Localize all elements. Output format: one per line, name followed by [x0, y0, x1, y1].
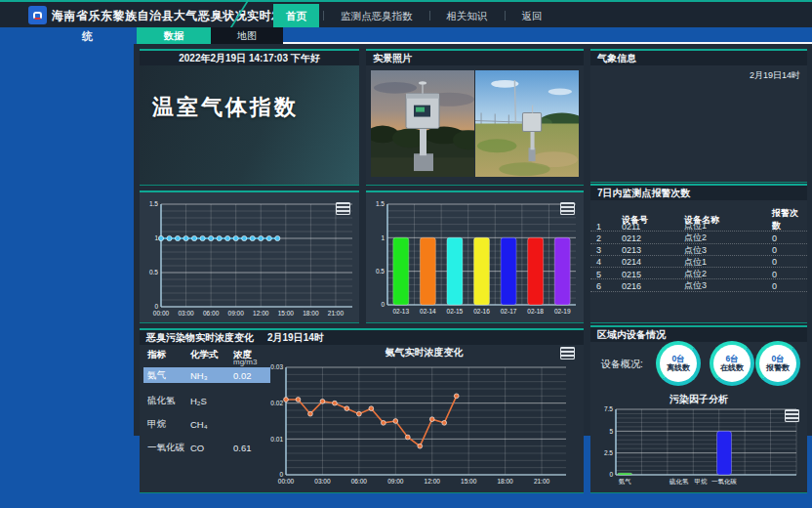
app-logo [28, 6, 47, 24]
weather-timestamp: 2月19日14时 [750, 69, 800, 82]
chart-toolbox-icon[interactable] [785, 409, 799, 422]
pollutant-value: 0.02 [233, 370, 252, 381]
alarm-cell-index: 4 [596, 257, 622, 267]
alarm-panel-title: 7日内监测点报警次数 [590, 186, 807, 200]
chart-toolbox-icon[interactable] [560, 347, 575, 360]
alarm-count-panel: 7日内监测点报警次数 # 设备号 设备名称 报警次数 1 0211 点位1 0 … [590, 184, 807, 323]
svg-text:0.02: 0.02 [270, 400, 283, 406]
pollutant-panel-header: 恶臭污染物实时浓度变化 2月19日14时 [140, 330, 584, 345]
menu-separator [429, 11, 430, 21]
svg-text:06:00: 06:00 [203, 310, 220, 317]
alarm-table-row: 6 0216 点位3 0 [590, 279, 807, 291]
greenhouse-banner: 温室气体指数 [140, 65, 359, 185]
pollutant-row[interactable]: 硫化氢 H₂S [140, 393, 274, 408]
pollution-factor-bar-chart: 02.557.5氨气硫化氢甲烷一氧化碳 [592, 406, 803, 487]
svg-text:0.5: 0.5 [149, 269, 158, 275]
photo-row [371, 70, 579, 177]
offline-count: 0台 [671, 355, 684, 364]
daily-index-chart-panel: 00.511.502-1302-1402-1502-1602-1702-1802… [366, 190, 584, 323]
pollutant-panel-timestamp: 2月19日14时 [267, 330, 324, 345]
alarm-cell-device-name: 点位3 [684, 279, 772, 292]
offline-label: 离线数 [667, 363, 690, 372]
alarm-cell-count: 0 [772, 270, 801, 279]
svg-text:02-19: 02-19 [554, 308, 571, 315]
svg-text:09:00: 09:00 [228, 310, 245, 317]
svg-text:03:00: 03:00 [178, 310, 194, 317]
pollutant-row[interactable]: 一氧化碳 CO 0.61 [140, 440, 274, 455]
svg-text:21:00: 21:00 [328, 310, 345, 317]
alarm-cell-count: 0 [772, 245, 801, 255]
chart-toolbox-icon[interactable] [560, 202, 575, 215]
pollutant-formula: H₂S [190, 396, 233, 406]
svg-text:12:00: 12:00 [253, 310, 269, 317]
region-devices-panel: 区域内设备情况 设备概况: 0台 离线数 6台 在线数 0台 报警数 污染因子分… [590, 325, 807, 493]
alarm-cell-device-name: 点位1 [684, 220, 772, 233]
pollutant-formula: CH₄ [190, 419, 233, 430]
svg-text:硫化氢: 硫化氢 [669, 478, 689, 486]
alarm-cell-device-no: 0213 [622, 245, 684, 255]
greenhouse-index-panel: 2022年2月19日 14:17:03 下午好 温室气体指数 [140, 49, 359, 186]
greenhouse-hourly-line-chart: 00.511.500:0003:0006:0009:0012:0015:0018… [140, 192, 359, 322]
svg-text:18:00: 18:00 [497, 478, 513, 485]
nh3-realtime-line-chart: 00.010.020.0300:0003:0006:0009:0012:0015… [261, 360, 580, 490]
tab-map[interactable]: 地图 [211, 27, 283, 44]
menu-item-odor-index[interactable]: 监测点恶臭指数 [328, 4, 426, 27]
alarm-cell-device-name: 点位2 [684, 268, 772, 280]
svg-text:一氧化碳: 一氧化碳 [711, 478, 738, 486]
alarm-cell-index: 3 [596, 245, 622, 255]
pollutant-panel-title: 恶臭污染物实时浓度变化 [146, 330, 254, 345]
daily-index-bar-chart: 00.511.502-1302-1402-1502-1602-1702-1802… [366, 192, 584, 322]
svg-text:氨气: 氨气 [619, 478, 632, 485]
device-overview-label: 设备概况: [601, 358, 643, 371]
alarm-table-row: 1 0211 点位1 0 [590, 220, 807, 232]
alarm-cell-device-name: 点位3 [684, 244, 772, 257]
menu-separator [323, 11, 324, 21]
svg-text:02-17: 02-17 [501, 308, 517, 315]
weather-info-panel: 气象信息 2月19日14时 [590, 49, 807, 183]
alarm-count: 0台 [771, 355, 784, 364]
menu-item-home[interactable]: 首页 [273, 4, 319, 27]
svg-text:02-13: 02-13 [392, 308, 409, 315]
logo-icon [33, 12, 42, 20]
alarm-table-row: 4 0214 点位1 0 [590, 256, 807, 268]
alarm-cell-count: 0 [772, 281, 801, 291]
dashboard-root: 海南省乐东黎族自治县大气恶臭状况实时发布系 首页 监测点恶臭指数 相关知识 返回… [0, 0, 812, 508]
svg-text:00:00: 00:00 [153, 310, 170, 317]
left-sidebar [0, 44, 134, 508]
pollutant-formula: CO [190, 443, 233, 453]
tab-data[interactable]: 数据 [137, 27, 211, 44]
alarm-table-row: 5 0215 点位2 0 [590, 268, 807, 279]
svg-text:12:00: 12:00 [425, 478, 441, 485]
pollutant-row-selected[interactable]: 氨气 NH₃ 0.02 [143, 367, 270, 383]
pollutant-col-indicator: 指标 [147, 349, 190, 361]
alarm-cell-index: 5 [596, 270, 622, 279]
svg-text:02-14: 02-14 [420, 308, 436, 315]
menu-item-knowledge[interactable]: 相关知识 [434, 4, 501, 27]
svg-text:02-16: 02-16 [473, 308, 490, 315]
svg-text:0.5: 0.5 [376, 268, 385, 275]
menu-item-back[interactable]: 返回 [509, 4, 555, 27]
alarm-table-row: 3 0213 点位3 0 [590, 244, 807, 256]
datetime-header: 2022年2月19日 14:17:03 下午好 [140, 51, 359, 65]
svg-text:02-15: 02-15 [447, 308, 464, 315]
pollution-factor-title: 污染因子分析 [590, 393, 807, 406]
alarm-cell-index: 6 [596, 281, 622, 291]
alarm-cell-index: 2 [596, 233, 622, 243]
svg-text:0.01: 0.01 [270, 436, 283, 443]
online-count-badge: 6台 在线数 [710, 341, 754, 386]
pollutant-col-formula: 化学式 [190, 349, 233, 361]
svg-text:2.5: 2.5 [604, 449, 613, 456]
app-title-wrap: 统 [82, 29, 93, 44]
offline-count-badge: 0台 离线数 [656, 341, 701, 386]
alarm-cell-index: 1 [596, 222, 622, 232]
weather-panel-title: 气象信息 [590, 51, 807, 65]
live-photos-panel: 实景照片 [366, 49, 584, 186]
alarm-cell-device-no: 0216 [622, 281, 684, 291]
photos-panel-title: 实景照片 [366, 51, 584, 65]
alarm-cell-count: 0 [772, 233, 801, 243]
chart-toolbox-icon[interactable] [336, 202, 350, 215]
pollutant-value: 0.61 [233, 443, 252, 453]
pollutant-row[interactable]: 甲烷 CH₄ [140, 416, 274, 432]
svg-text:0.03: 0.03 [270, 363, 283, 370]
alarm-cell-count: 0 [772, 257, 801, 267]
